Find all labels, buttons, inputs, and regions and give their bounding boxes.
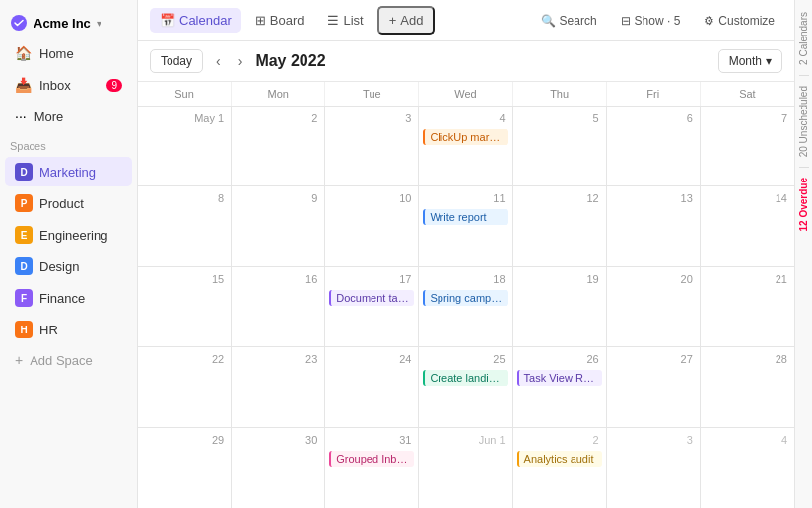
nav-home-label: Home: [39, 46, 74, 61]
day-number-4-2: 31: [329, 432, 414, 450]
sidebar-item-product[interactable]: P Product: [5, 188, 132, 218]
cal-day-0-0[interactable]: May 1: [138, 107, 232, 185]
day-number-1-4: 12: [517, 190, 602, 208]
sidebar-item-marketing[interactable]: D Marketing: [5, 157, 132, 186]
add-space-button[interactable]: + Add Space: [5, 346, 132, 374]
next-button[interactable]: ›: [234, 50, 248, 72]
today-button[interactable]: Today: [150, 49, 203, 73]
cal-event-0-3-0[interactable]: ClickUp marketing plan: [423, 129, 508, 145]
cal-event-3-4-0[interactable]: Task View Redesign: [517, 370, 602, 386]
sidebar-item-engineering[interactable]: E Engineering: [5, 220, 132, 250]
cal-day-0-4[interactable]: 5: [513, 107, 607, 185]
spaces-section-title: Spaces: [0, 132, 137, 156]
cal-day-4-2[interactable]: 31Grouped Inbox Comments: [325, 428, 419, 508]
cal-day-0-1[interactable]: 2: [232, 107, 325, 185]
day-number-4-1: 30: [236, 432, 320, 450]
cal-day-2-6[interactable]: 21: [701, 267, 794, 346]
cal-day-1-4[interactable]: 12: [513, 186, 607, 265]
cal-event-3-3-0[interactable]: Create landing page: [423, 370, 508, 386]
day-header-tue: Tue: [325, 82, 419, 106]
month-selector-button[interactable]: Month ▾: [718, 49, 782, 73]
cal-day-1-1[interactable]: 9: [232, 186, 325, 265]
nav-home[interactable]: 🏠 Home: [5, 38, 132, 68]
cal-day-3-4[interactable]: 26Task View Redesign: [513, 347, 607, 426]
cal-day-4-4[interactable]: 2Analytics audit: [513, 428, 607, 508]
cal-event-2-2-0[interactable]: Document target users: [329, 290, 414, 306]
cal-day-1-6[interactable]: 14: [701, 186, 794, 265]
company-name: Acme Inc: [34, 16, 91, 31]
day-header-mon: Mon: [232, 82, 325, 106]
tab-board-label: Board: [270, 13, 304, 28]
sidebar-separator-2: [799, 167, 809, 168]
prev-button[interactable]: ‹: [211, 50, 226, 72]
company-header[interactable]: Acme Inc ▾: [0, 8, 137, 37]
cal-day-4-6[interactable]: 4: [701, 428, 794, 508]
cal-day-1-2[interactable]: 10: [325, 186, 419, 265]
sidebar-item-finance[interactable]: F Finance: [5, 283, 132, 313]
calendar-grid: Sun Mon Tue Wed Thu Fri Sat May 1234Clic…: [138, 82, 794, 508]
cal-day-0-3[interactable]: 4ClickUp marketing plan: [419, 107, 512, 185]
cal-day-2-3[interactable]: 18Spring campaign image assets: [419, 267, 512, 346]
cal-day-4-0[interactable]: 29: [138, 428, 232, 508]
overdue-sidebar-item[interactable]: 12 Overdue: [796, 170, 811, 239]
cal-event-1-3-0[interactable]: Write report: [423, 209, 508, 225]
day-header-fri: Fri: [607, 82, 701, 106]
cal-day-2-1[interactable]: 16: [232, 267, 325, 346]
day-header-sun: Sun: [138, 82, 232, 106]
cal-day-3-2[interactable]: 24: [325, 347, 419, 426]
calendar-body: May 1234ClickUp marketing plan567891011W…: [138, 107, 794, 508]
sidebar: Acme Inc ▾ 🏠 Home 📥 Inbox 9 ··· More Spa…: [0, 0, 138, 508]
add-space-label: Add Space: [30, 353, 93, 368]
cal-day-0-2[interactable]: 3: [325, 107, 419, 185]
cal-day-2-0[interactable]: 15: [138, 267, 232, 346]
cal-event-4-2-0[interactable]: Grouped Inbox Comments: [329, 451, 414, 467]
cal-day-3-0[interactable]: 22: [138, 347, 232, 426]
cal-day-3-5[interactable]: 27: [607, 347, 701, 426]
day-number-3-3: 25: [423, 351, 508, 369]
unscheduled-sidebar-item[interactable]: 20 Unscheduled: [796, 78, 811, 165]
cal-day-2-2[interactable]: 17Document target users: [325, 267, 419, 346]
cal-day-2-5[interactable]: 20: [607, 267, 701, 346]
day-number-3-1: 23: [236, 351, 320, 369]
cal-event-2-3-0[interactable]: Spring campaign image assets: [423, 290, 508, 306]
day-number-1-0: 8: [142, 190, 227, 208]
day-number-3-6: 28: [705, 351, 790, 369]
cal-week-2: 151617Document target users18Spring camp…: [138, 267, 794, 347]
cal-day-4-5[interactable]: 3: [607, 428, 701, 508]
cal-day-2-4[interactable]: 19: [513, 267, 607, 346]
chevron-down-icon: ▾: [97, 18, 102, 29]
day-number-4-4: 2: [517, 432, 602, 450]
tab-list[interactable]: ☰ List: [317, 8, 372, 33]
day-number-1-6: 14: [705, 190, 790, 208]
nav-more[interactable]: ··· More: [5, 102, 132, 131]
cal-day-1-0[interactable]: 8: [138, 186, 232, 265]
cal-day-4-1[interactable]: 30: [232, 428, 325, 508]
nav-inbox[interactable]: 📥 Inbox 9: [5, 70, 132, 100]
tab-calendar[interactable]: 📅 Calendar: [150, 8, 241, 33]
product-label: Product: [39, 196, 84, 211]
cal-day-0-6[interactable]: 7: [701, 107, 794, 185]
cal-day-3-1[interactable]: 23: [232, 347, 325, 426]
cal-day-3-3[interactable]: 25Create landing page: [419, 347, 512, 426]
cal-event-4-4-0[interactable]: Analytics audit: [517, 451, 602, 467]
day-number-1-1: 9: [236, 190, 320, 208]
search-button[interactable]: 🔍 Search: [533, 9, 605, 33]
show-button[interactable]: ⊟ Show · 5: [613, 9, 689, 33]
cal-day-0-5[interactable]: 6: [607, 107, 701, 185]
day-number-0-4: 5: [517, 110, 602, 128]
tab-board[interactable]: ⊞ Board: [245, 8, 314, 33]
day-number-4-6: 4: [705, 432, 790, 450]
finance-label: Finance: [39, 291, 85, 306]
day-number-1-2: 10: [329, 190, 414, 208]
inbox-icon: 📥: [15, 77, 32, 93]
add-button[interactable]: + Add: [377, 6, 436, 35]
sidebar-item-design[interactable]: D Design: [5, 252, 132, 281]
calendars-sidebar-item[interactable]: 2 Calendars: [796, 4, 811, 73]
cal-day-1-3[interactable]: 11Write report: [419, 186, 512, 265]
cal-day-4-3[interactable]: Jun 1: [419, 428, 512, 508]
cal-day-1-5[interactable]: 13: [607, 186, 701, 265]
day-number-0-2: 3: [329, 110, 414, 128]
sidebar-item-hr[interactable]: H HR: [5, 315, 132, 344]
customize-button[interactable]: ⚙ Customize: [696, 9, 782, 33]
cal-day-3-6[interactable]: 28: [701, 347, 794, 426]
